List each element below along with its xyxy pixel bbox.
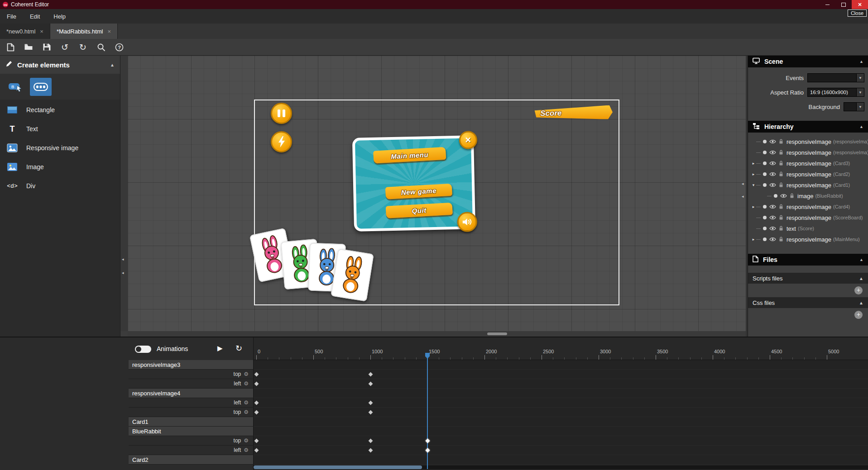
zoom-button[interactable] — [93, 40, 109, 54]
lock-icon[interactable] — [779, 139, 783, 144]
eye-icon[interactable] — [769, 161, 776, 166]
hierarchy-item-card2[interactable]: ▸responsiveImage(Card2) — [748, 169, 868, 180]
close-button[interactable]: ✕ — [852, 0, 868, 9]
select-dot[interactable] — [763, 161, 767, 165]
select-dot[interactable] — [763, 140, 767, 143]
add-css-files-button[interactable]: + — [854, 311, 863, 319]
lock-icon[interactable] — [779, 215, 783, 220]
main-menu-panel-object[interactable]: ✕ Main menuNew gameQuit — [352, 135, 475, 232]
create-item-text[interactable]: TText — [0, 119, 120, 138]
scrollbar-handle[interactable] — [254, 465, 422, 469]
scroll-arrow-icon[interactable]: ◂ — [122, 257, 124, 261]
new-game-button-object[interactable]: New game — [385, 184, 452, 199]
scrollbar-handle[interactable] — [487, 332, 507, 335]
create-item-div[interactable]: <d>Div — [0, 176, 120, 195]
create-item-responsive-image[interactable]: Responsive image — [0, 138, 120, 157]
keyframe-diamond[interactable] — [254, 372, 259, 377]
expander-icon[interactable]: ▾ — [751, 183, 756, 187]
gear-icon[interactable]: ⚙ — [244, 380, 249, 387]
track-lane[interactable] — [254, 417, 868, 427]
keyframe-diamond[interactable] — [254, 401, 259, 405]
tab-close-icon[interactable]: × — [108, 28, 111, 35]
lock-icon[interactable] — [779, 150, 783, 155]
expander-icon[interactable]: ▸ — [751, 204, 756, 209]
track-group-label[interactable]: Card1 — [129, 417, 254, 427]
keyframe-diamond[interactable] — [368, 401, 373, 405]
new-file-button[interactable] — [3, 40, 18, 54]
loop-button[interactable]: ↻ — [235, 343, 242, 353]
scroll-arrow-icon[interactable]: ◂ — [122, 271, 124, 275]
eye-icon[interactable] — [769, 150, 776, 155]
eye-icon[interactable] — [769, 226, 776, 231]
gear-icon[interactable]: ⚙ — [244, 447, 249, 453]
track-property-label[interactable]: top⚙ — [129, 436, 254, 446]
track-lane[interactable] — [254, 379, 868, 389]
button-widget-button[interactable]: B — [5, 78, 26, 96]
select-dot[interactable] — [763, 237, 767, 241]
track-group-label[interactable]: BlueRabbit — [129, 427, 254, 436]
animations-toggle[interactable] — [135, 346, 151, 353]
select-dot[interactable] — [774, 194, 777, 198]
keyframe-diamond[interactable] — [368, 448, 373, 453]
help-button[interactable]: ? — [111, 40, 127, 54]
hierarchy-item-responsiveima[interactable]: responsiveImage(responsiveIma) — [748, 147, 868, 158]
lock-icon[interactable] — [779, 161, 783, 166]
timeline-scrollbar[interactable] — [254, 465, 868, 469]
canvas-horizontal-scrollbar[interactable] — [128, 331, 746, 337]
eye-icon[interactable] — [769, 139, 776, 144]
expander-icon[interactable]: ▸ — [751, 161, 756, 166]
select-dot[interactable] — [763, 227, 767, 230]
files-section-css-files[interactable]: Css files▲ — [748, 297, 868, 308]
lock-icon[interactable] — [779, 226, 783, 231]
eye-icon[interactable] — [769, 215, 776, 220]
hierarchy-item-responsiveima[interactable]: responsiveImage(responsiveIma) — [748, 136, 868, 147]
collapse-arrow-icon[interactable]: ▲ — [859, 59, 863, 64]
background-dropdown[interactable]: ▼ — [844, 102, 864, 111]
files-section-scripts-files[interactable]: Scripts files▲ — [748, 273, 868, 284]
tab-new0-html[interactable]: *new0.html× — [0, 24, 50, 39]
progress-widget-button[interactable] — [30, 78, 52, 96]
select-dot[interactable] — [763, 216, 767, 219]
gear-icon[interactable]: ⚙ — [244, 371, 249, 377]
lock-icon[interactable] — [779, 237, 783, 242]
redo-button[interactable]: ↻ — [75, 40, 91, 54]
keyframe-diamond[interactable] — [368, 372, 373, 377]
select-dot[interactable] — [763, 151, 767, 154]
timeline-ruler[interactable]: 0500100015002000250030003500400045005000 — [254, 337, 868, 360]
lock-icon[interactable] — [779, 204, 783, 209]
aspect-ratio-dropdown[interactable]: 16:9 (1600x900)▼ — [807, 88, 864, 97]
track-lane[interactable] — [254, 370, 868, 379]
eye-icon[interactable] — [769, 183, 776, 187]
collapse-handle-icon[interactable]: ◂ — [742, 181, 744, 186]
expander-icon[interactable]: ▸ — [751, 237, 756, 242]
tab-madrabbits-html[interactable]: *MadRabbits.html× — [50, 24, 118, 39]
quit-button-object[interactable]: Quit — [386, 203, 453, 218]
eye-icon[interactable] — [769, 172, 776, 176]
collapse-arrow-icon[interactable]: ▲ — [859, 257, 863, 262]
collapse-arrow-icon[interactable]: ▲ — [110, 62, 115, 67]
hierarchy-item-scoreboard[interactable]: responsiveImage(ScoreBoard) — [748, 212, 868, 223]
keyframe-diamond[interactable] — [254, 439, 259, 443]
expander-icon[interactable]: ▸ — [751, 172, 756, 176]
eye-icon[interactable] — [769, 204, 776, 209]
hierarchy-item-card4[interactable]: ▸responsiveImage(Card4) — [748, 201, 868, 212]
hierarchy-panel-header[interactable]: Hierarchy ▲ — [748, 121, 868, 133]
hierarchy-item-card3[interactable]: ▸responsiveImage(Card3) — [748, 158, 868, 169]
keyframe-diamond[interactable] — [425, 448, 430, 453]
lock-icon[interactable] — [779, 182, 783, 188]
keyframe-diamond[interactable] — [425, 439, 430, 443]
track-property-label[interactable]: top⚙ — [129, 370, 254, 379]
maximize-button[interactable] — [835, 0, 852, 9]
add-scripts-files-button[interactable]: + — [854, 286, 863, 294]
track-lane[interactable] — [254, 398, 868, 408]
minimize-button[interactable] — [819, 0, 835, 9]
bolt-button-object[interactable] — [271, 131, 292, 152]
gear-icon[interactable]: ⚙ — [244, 399, 249, 406]
gear-icon[interactable]: ⚙ — [244, 409, 249, 415]
collapse-arrow-icon[interactable]: ▲ — [859, 276, 863, 281]
hierarchy-item-card1[interactable]: ▾responsiveImage(Card1) — [748, 180, 868, 190]
orange-rabbit-card[interactable] — [331, 248, 374, 301]
track-group-label[interactable]: responsiveImage3 — [129, 360, 254, 370]
hierarchy-item-score[interactable]: text(Score) — [748, 223, 868, 234]
scene-panel-header[interactable]: Scene ▲ — [748, 56, 868, 67]
